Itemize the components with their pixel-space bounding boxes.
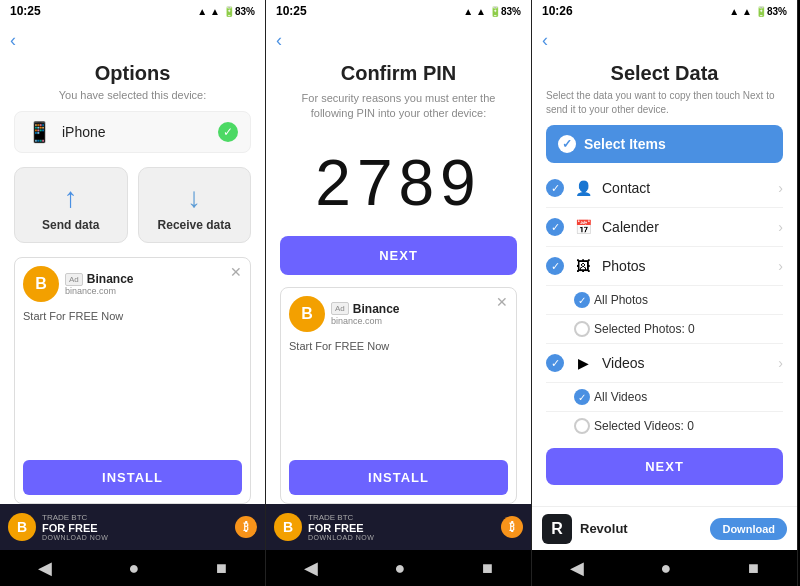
crypto-text-2: TRADE BTC FOR FREE DOWNLOAD NOW xyxy=(308,513,374,541)
select-items-checkbox: ✓ xyxy=(558,135,576,153)
recents-nav-icon-3[interactable]: ■ xyxy=(748,558,759,579)
time-2: 10:25 xyxy=(276,4,307,18)
upload-icon: ↑ xyxy=(64,182,78,214)
videos-label: Videos xyxy=(602,355,778,371)
nav-bar-3: ‹ xyxy=(532,22,797,58)
install-button-1[interactable]: INSTALL xyxy=(23,460,242,495)
panel-select-data: 10:26 ▲ ▲ 🔋83% ‹ Select Data Select the … xyxy=(532,0,798,586)
all-photos-checkbox: ✓ xyxy=(574,292,590,308)
device-name: iPhone xyxy=(62,124,218,140)
crypto-text-1: TRADE BTC FOR FREE DOWNLOAD NOW xyxy=(42,513,108,541)
time-1: 10:25 xyxy=(10,4,41,18)
revolut-ad: R Revolut Download xyxy=(532,506,797,550)
ad-tagline-2: Start For FREE Now xyxy=(289,340,508,352)
photos-checkbox: ✓ xyxy=(546,257,564,275)
ad-brand-2: Binance xyxy=(353,302,400,316)
videos-chevron: › xyxy=(778,355,783,371)
bottom-nav-1: ◀ ● ■ xyxy=(0,550,265,586)
all-videos-item[interactable]: ✓ All Videos xyxy=(546,383,783,412)
nav-bar-1: ‹ xyxy=(0,22,265,58)
download-icon: ↓ xyxy=(187,182,201,214)
contact-chevron: › xyxy=(778,180,783,196)
select-data-subtitle: Select the data you want to copy then to… xyxy=(532,89,797,125)
photos-item[interactable]: ✓ 🖼 Photos › xyxy=(546,247,783,286)
send-data-button[interactable]: ↑ Send data xyxy=(14,167,128,243)
crypto-t2-2: FOR FREE xyxy=(308,522,374,534)
calendar-chevron: › xyxy=(778,219,783,235)
crypto-t2-1: FOR FREE xyxy=(42,522,108,534)
status-icons-2: ▲ ▲ 🔋83% xyxy=(463,6,521,17)
install-button-2[interactable]: INSTALL xyxy=(289,460,508,495)
panel-options: 10:25 ▲ ▲ 🔋83% ‹ Options You have select… xyxy=(0,0,266,586)
selected-videos-checkbox xyxy=(574,418,590,434)
all-photos-label: All Photos xyxy=(590,293,783,307)
revolut-logo: R xyxy=(542,514,572,544)
home-nav-icon-2[interactable]: ● xyxy=(395,558,406,579)
crypto-t3-2: DOWNLOAD NOW xyxy=(308,534,374,541)
crypto-ad-bottom-2: B TRADE BTC FOR FREE DOWNLOAD NOW ₿ xyxy=(266,504,531,550)
select-data-title: Select Data xyxy=(532,58,797,89)
revolut-download-button[interactable]: Download xyxy=(710,518,787,540)
time-3: 10:26 xyxy=(542,4,573,18)
receive-data-button[interactable]: ↓ Receive data xyxy=(138,167,252,243)
options-title: Options xyxy=(0,58,265,89)
photos-label: Photos xyxy=(602,258,778,274)
next-button-select[interactable]: NEXT xyxy=(546,448,783,485)
selected-videos-item[interactable]: Selected Videos: 0 xyxy=(546,412,783,440)
calendar-checkbox: ✓ xyxy=(546,218,564,236)
back-button-1[interactable]: ‹ xyxy=(10,30,16,51)
panel-confirm-pin: 10:25 ▲ ▲ 🔋83% ‹ Confirm PIN For securit… xyxy=(266,0,532,586)
bottom-nav-3: ◀ ● ■ xyxy=(532,550,797,586)
ad-brand-1: Binance xyxy=(87,272,134,286)
calendar-label: Calender xyxy=(602,219,778,235)
back-nav-icon-3[interactable]: ◀ xyxy=(570,557,584,579)
ad-url-1: binance.com xyxy=(65,286,133,296)
select-items-header[interactable]: ✓ Select Items xyxy=(546,125,783,163)
all-videos-label: All Videos xyxy=(590,390,783,404)
ad-url-2: binance.com xyxy=(331,316,399,326)
signal-icon: ▲ xyxy=(197,6,207,17)
revolut-name: Revolut xyxy=(580,521,702,536)
recents-nav-icon-2[interactable]: ■ xyxy=(482,558,493,579)
wifi-icon-3: ▲ xyxy=(742,6,752,17)
status-icons-3: ▲ ▲ 🔋83% xyxy=(729,6,787,17)
recents-nav-icon-1[interactable]: ■ xyxy=(216,558,227,579)
back-button-3[interactable]: ‹ xyxy=(542,30,548,51)
all-photos-item[interactable]: ✓ All Photos xyxy=(546,286,783,315)
options-content: Options You have selected this device: 📱… xyxy=(0,58,265,504)
ad-banner-2: ✕ B Ad Binance binance.com Start For FRE… xyxy=(280,287,517,504)
confirm-pin-title: Confirm PIN xyxy=(266,58,531,91)
back-nav-icon-1[interactable]: ◀ xyxy=(38,557,52,579)
ad-banner-1: ✕ B Ad Binance binance.com Start For FRE… xyxy=(14,257,251,504)
wifi-icon: ▲ xyxy=(210,6,220,17)
back-nav-icon-2[interactable]: ◀ xyxy=(304,557,318,579)
next-button-pin[interactable]: NEXT xyxy=(280,236,517,275)
confirm-pin-content: Confirm PIN For security reasons you mus… xyxy=(266,58,531,504)
back-button-2[interactable]: ‹ xyxy=(276,30,282,51)
selected-photos-item[interactable]: Selected Photos: 0 xyxy=(546,315,783,344)
send-data-label: Send data xyxy=(42,218,99,232)
ad-dismiss-1[interactable]: ✕ xyxy=(230,264,242,280)
bitcoin-icon-1: ₿ xyxy=(235,516,257,538)
device-check-icon: ✓ xyxy=(218,122,238,142)
nav-bar-2: ‹ xyxy=(266,22,531,58)
ad-tagline-1: Start For FREE Now xyxy=(23,310,242,322)
confirm-pin-subtitle: For security reasons you must enter the … xyxy=(266,91,531,132)
calendar-icon: 📅 xyxy=(570,217,596,237)
status-bar-3: 10:26 ▲ ▲ 🔋83% xyxy=(532,0,797,22)
home-nav-icon-1[interactable]: ● xyxy=(129,558,140,579)
calendar-item[interactable]: ✓ 📅 Calender › xyxy=(546,208,783,247)
crypto-t3-1: DOWNLOAD NOW xyxy=(42,534,108,541)
bottom-nav-2: ◀ ● ■ xyxy=(266,550,531,586)
battery-icon-3: 🔋83% xyxy=(755,6,787,17)
ad-dismiss-2[interactable]: ✕ xyxy=(496,294,508,310)
home-nav-icon-3[interactable]: ● xyxy=(661,558,672,579)
data-list: ✓ 👤 Contact › ✓ 📅 Calender › ✓ 🖼 Photos … xyxy=(546,169,783,440)
videos-item[interactable]: ✓ ▶ Videos › xyxy=(546,344,783,383)
pin-display: 2789 xyxy=(266,132,531,236)
binance-logo-2: B xyxy=(289,296,325,332)
contact-item[interactable]: ✓ 👤 Contact › xyxy=(546,169,783,208)
videos-icon: ▶ xyxy=(570,353,596,373)
battery-icon: 🔋83% xyxy=(223,6,255,17)
all-videos-checkbox: ✓ xyxy=(574,389,590,405)
